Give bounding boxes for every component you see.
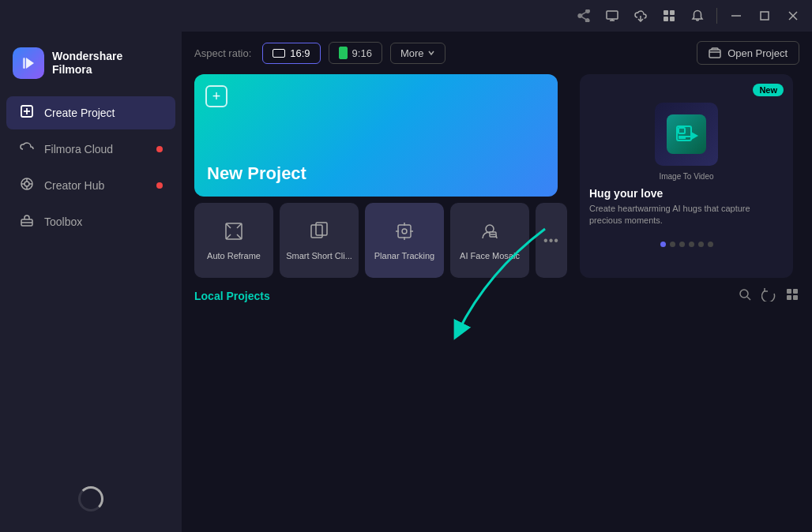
- ai-face-mosaic-label: AI Face Mosaic: [460, 251, 520, 260]
- smart-short-clip-label: Smart Short Cli...: [286, 251, 352, 260]
- svg-rect-50: [793, 295, 798, 300]
- titlebar-separator: [716, 8, 717, 24]
- sidebar-item-filmora-cloud[interactable]: Filmora Cloud: [6, 133, 175, 166]
- sidebar-label-creator-hub: Creator Hub: [44, 179, 104, 192]
- smart-short-clip-icon: [309, 221, 329, 246]
- sidebar-item-toolbox[interactable]: Toolbox: [6, 205, 175, 238]
- smart-short-clip-card[interactable]: Smart Short Cli...: [280, 203, 359, 278]
- sidebar-label-create-project: Create Project: [44, 107, 115, 119]
- aspect-16-9-button[interactable]: 16:9: [262, 43, 320, 64]
- filmora-cloud-dot: [156, 146, 163, 152]
- more-features-icon: •••: [543, 234, 559, 248]
- svg-rect-49: [787, 295, 791, 300]
- sidebar-label-filmora-cloud: Filmora Cloud: [44, 143, 113, 155]
- right-panel-title: Hug your love: [589, 187, 784, 200]
- bell-icon[interactable]: [685, 3, 710, 28]
- loading-spinner: [78, 486, 103, 511]
- cards-and-right: + New Project Auto Reframe: [182, 74, 812, 287]
- logo-text: Wondershare Filmora: [52, 50, 122, 77]
- sidebar-item-creator-hub[interactable]: Creator Hub: [6, 169, 175, 202]
- carousel-dots: [580, 242, 793, 247]
- minimize-button[interactable]: [724, 3, 749, 28]
- right-panel-desc: Create heartwarming AI hugs that capture…: [589, 203, 784, 227]
- aspect-9-16-icon: [339, 47, 348, 59]
- sidebar-label-toolbox: Toolbox: [44, 215, 82, 228]
- grid-icon[interactable]: [656, 3, 682, 28]
- more-label: More: [400, 47, 424, 59]
- main-content: Aspect ratio: 16:9 9:16 More Open Projec…: [182, 32, 812, 532]
- search-projects-icon[interactable]: [738, 287, 752, 305]
- svg-rect-0: [607, 11, 618, 19]
- svg-rect-48: [793, 289, 798, 294]
- auto-reframe-label: Auto Reframe: [207, 251, 261, 260]
- app-layout: Wondershare Filmora Create Project Filmo…: [0, 32, 812, 532]
- ai-face-mosaic-card[interactable]: AI Face Mosaic: [450, 203, 529, 278]
- feature-cards-row: Auto Reframe Smart Short Cli...: [194, 203, 567, 278]
- svg-rect-5: [670, 10, 675, 15]
- carousel-dot-2[interactable]: [670, 242, 675, 247]
- open-project-button[interactable]: Open Project: [697, 41, 799, 65]
- carousel-dot-3[interactable]: [679, 242, 685, 247]
- logo-area: Wondershare Filmora: [0, 39, 182, 95]
- monitor-icon[interactable]: [600, 3, 625, 28]
- local-projects-title: Local Projects: [194, 290, 270, 302]
- aspect-16-9-icon: [273, 49, 285, 58]
- new-project-card[interactable]: + New Project: [194, 74, 558, 197]
- svg-rect-6: [664, 17, 668, 21]
- open-project-label: Open Project: [727, 47, 788, 59]
- svg-rect-47: [787, 289, 791, 294]
- content-wrapper: Aspect ratio: 16:9 9:16 More Open Projec…: [182, 32, 812, 532]
- svg-point-18: [24, 182, 29, 186]
- creator-hub-dot: [156, 182, 163, 189]
- more-button[interactable]: More: [390, 43, 445, 64]
- topbar: Aspect ratio: 16:9 9:16 More Open Projec…: [182, 32, 812, 74]
- local-projects-header: Local Projects: [194, 287, 799, 305]
- left-cards: + New Project Auto Reframe: [194, 74, 567, 278]
- auto-reframe-icon: [224, 221, 244, 246]
- planar-tracking-icon: [394, 221, 415, 246]
- carousel-dot-1[interactable]: [660, 242, 666, 247]
- create-project-icon: [19, 104, 35, 122]
- maximize-button[interactable]: [752, 3, 777, 28]
- aspect-9-16-button[interactable]: 9:16: [329, 42, 382, 64]
- logo-subtitle: Filmora: [52, 63, 122, 77]
- img-to-video-icon: [667, 114, 706, 154]
- more-features-card[interactable]: •••: [536, 203, 567, 278]
- grid-view-icon[interactable]: [785, 287, 799, 305]
- svg-point-45: [740, 290, 748, 298]
- carousel-dot-6[interactable]: [708, 242, 713, 247]
- svg-marker-44: [691, 133, 697, 139]
- titlebar: [0, 0, 812, 32]
- share-icon[interactable]: [571, 3, 596, 28]
- sidebar-bottom: [0, 474, 182, 524]
- aspect-16-9-label: 16:9: [290, 47, 310, 59]
- svg-rect-7: [670, 17, 675, 21]
- new-badge: New: [753, 84, 784, 96]
- new-project-title: New Project: [207, 163, 545, 184]
- cloud-icon[interactable]: [628, 3, 653, 28]
- filmora-cloud-icon: [19, 140, 35, 158]
- planar-tracking-label: Planar Tracking: [374, 251, 434, 260]
- auto-reframe-card[interactable]: Auto Reframe: [194, 203, 273, 278]
- svg-rect-9: [761, 12, 769, 20]
- logo-title: Wondershare: [52, 50, 122, 63]
- svg-rect-13: [23, 58, 25, 69]
- creator-hub-icon: [19, 177, 35, 194]
- new-project-plus-icon: +: [205, 85, 227, 107]
- svg-point-34: [402, 229, 407, 234]
- local-projects-section: Local Projects: [182, 287, 812, 532]
- svg-line-46: [747, 297, 750, 300]
- planar-tracking-card[interactable]: Planar Tracking: [365, 203, 444, 278]
- refresh-projects-icon[interactable]: [761, 287, 776, 305]
- app-logo: [13, 47, 44, 79]
- ai-face-mosaic-icon: [479, 221, 500, 246]
- aspect-ratio-label: Aspect ratio:: [194, 47, 251, 59]
- carousel-dot-5[interactable]: [698, 242, 704, 247]
- close-button[interactable]: [780, 3, 806, 28]
- svg-rect-29: [398, 225, 411, 238]
- sidebar-item-create-project[interactable]: Create Project: [6, 96, 175, 129]
- carousel-dot-4[interactable]: [689, 242, 694, 247]
- aspect-9-16-label: 9:16: [352, 47, 372, 59]
- svg-rect-4: [664, 10, 668, 15]
- right-panel: New Image To Video Hug your love Create …: [580, 74, 793, 278]
